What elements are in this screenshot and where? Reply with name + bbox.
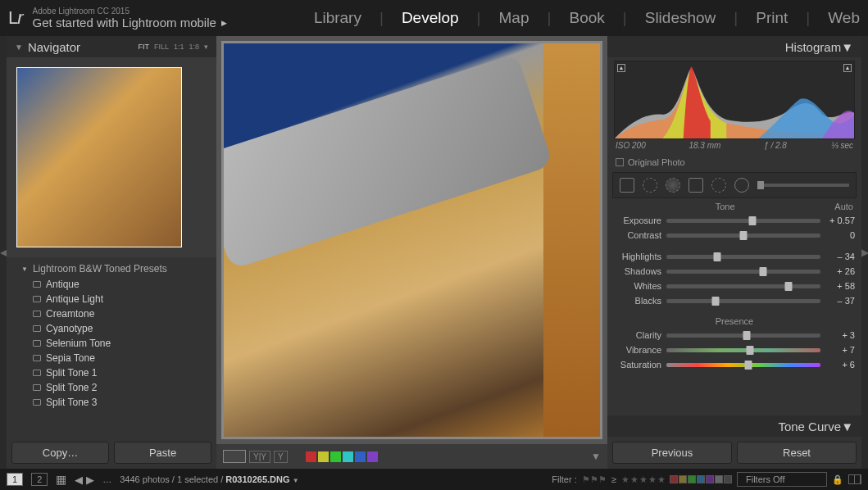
preset-item[interactable]: Antique Light	[7, 292, 216, 306]
preset-item[interactable]: Creamtone	[7, 306, 216, 321]
highlights-slider[interactable]: Highlights– 34	[614, 249, 855, 264]
module-print[interactable]: Print	[756, 9, 788, 27]
label-color-filter[interactable]	[688, 475, 696, 483]
label-color-filter[interactable]	[706, 475, 714, 483]
graduated-filter-icon[interactable]	[688, 178, 703, 193]
reset-button[interactable]: Reset	[737, 442, 857, 464]
mask-slider[interactable]	[757, 184, 849, 187]
original-photo-checkbox[interactable]: Original Photo	[607, 155, 861, 172]
filter-preset-dropdown[interactable]: Filters Off	[737, 472, 827, 487]
preset-item[interactable]: Cyanotype	[7, 321, 216, 336]
contrast-slider[interactable]: Contrast0	[614, 228, 855, 243]
adjustment-brush-icon[interactable]	[734, 178, 749, 193]
zoom-1-1[interactable]: 1:1	[174, 43, 184, 51]
module-web[interactable]: Web	[828, 9, 860, 27]
loupe-view-icon[interactable]	[223, 450, 246, 463]
star-filter[interactable]: ★ ★ ★ ★ ★	[621, 474, 665, 485]
label-color-filter[interactable]	[670, 475, 678, 483]
navigator-header[interactable]: ▼ Navigator FIT FILL 1:1 1:8 ▾	[7, 36, 216, 57]
label-color-filter[interactable]	[724, 475, 732, 483]
module-develop[interactable]: Develop	[402, 9, 459, 27]
main-window-button[interactable]: 1	[7, 473, 23, 486]
slider-track[interactable]	[666, 333, 820, 338]
mobile-promo-link[interactable]: Get started with Lightroom mobile ▶	[33, 16, 227, 29]
shadows-slider[interactable]: Shadows+ 26	[614, 264, 855, 279]
before-after-split-icon[interactable]: Y	[274, 451, 288, 463]
clarity-slider[interactable]: Clarity+ 3	[614, 328, 855, 343]
copy-button[interactable]: Copy…	[11, 442, 109, 464]
exposure-slider[interactable]: Exposure+ 0.57	[614, 213, 855, 228]
color-swatch[interactable]	[330, 451, 341, 462]
slider-value[interactable]: – 34	[825, 252, 855, 261]
slider-value[interactable]: + 26	[825, 266, 855, 276]
right-panel-toggle[interactable]: ▶	[861, 36, 868, 469]
slider-value[interactable]: + 58	[825, 281, 855, 291]
slider-track[interactable]	[666, 234, 820, 238]
nav-forward-icon[interactable]: ▶	[86, 474, 94, 486]
slider-track[interactable]	[666, 270, 820, 274]
module-map[interactable]: Map	[499, 9, 529, 27]
label-color-filter[interactable]	[697, 475, 705, 483]
radial-filter-icon[interactable]	[711, 178, 726, 193]
previous-button[interactable]: Previous	[612, 442, 732, 464]
color-swatch[interactable]	[367, 451, 378, 462]
toolbar-menu-icon[interactable]: ▼	[591, 451, 601, 462]
second-window-button[interactable]: 2	[31, 473, 48, 486]
spot-removal-icon[interactable]	[643, 178, 657, 193]
label-color-filter[interactable]	[679, 475, 687, 483]
slider-value[interactable]: + 6	[825, 360, 855, 370]
zoom-1-8[interactable]: 1:8	[189, 43, 199, 51]
zoom-fill[interactable]: FILL	[154, 43, 169, 51]
zoom-fit[interactable]: FIT	[138, 43, 149, 51]
highlight-clipping-icon[interactable]: ▲	[843, 64, 852, 72]
crop-tool-icon[interactable]	[620, 178, 634, 193]
chevron-down-icon[interactable]: ▾	[204, 43, 208, 51]
module-book[interactable]: Book	[569, 9, 604, 27]
filmstrip-toggle-icon[interactable]	[848, 474, 861, 484]
color-swatch[interactable]	[343, 451, 353, 462]
auto-tone-button[interactable]: Auto	[834, 202, 853, 211]
preset-item[interactable]: Sepia Tone	[7, 351, 216, 365]
left-panel-toggle[interactable]: ◀	[0, 36, 7, 469]
slider-track[interactable]	[666, 348, 820, 352]
redeye-tool-icon[interactable]	[666, 178, 680, 193]
slider-track[interactable]	[666, 255, 820, 259]
filter-lock-icon[interactable]: 🔒	[832, 474, 843, 485]
module-slideshow[interactable]: Slideshow	[645, 9, 716, 27]
paste-button[interactable]: Paste	[114, 442, 211, 464]
histogram-header[interactable]: Histogram ▼	[607, 36, 861, 57]
blacks-slider[interactable]: Blacks– 37	[614, 293, 855, 308]
slider-value[interactable]: + 0.57	[825, 216, 855, 225]
navigator-thumbnail[interactable]	[16, 67, 182, 247]
preset-item[interactable]: Split Tone 1	[7, 365, 216, 380]
slider-value[interactable]: + 3	[825, 330, 855, 340]
grid-view-icon[interactable]: ▦	[56, 473, 66, 486]
slider-track[interactable]	[666, 284, 820, 288]
whites-slider[interactable]: Whites+ 58	[614, 279, 855, 293]
preset-group-header[interactable]: ▼ Lightroom B&W Toned Presets	[7, 261, 216, 277]
slider-value[interactable]: + 7	[825, 345, 855, 355]
slider-track[interactable]	[666, 363, 820, 367]
preset-item[interactable]: Split Tone 2	[7, 380, 216, 395]
before-after-yy-icon[interactable]: Y|Y	[249, 451, 270, 463]
slider-value[interactable]: – 37	[825, 296, 855, 306]
module-library[interactable]: Library	[314, 9, 361, 27]
slider-track[interactable]	[666, 219, 820, 223]
color-swatch[interactable]	[306, 451, 316, 462]
vibrance-slider[interactable]: Vibrance+ 7	[614, 343, 855, 357]
rating-geq-icon[interactable]: ≥	[611, 474, 616, 484]
color-swatch[interactable]	[318, 451, 329, 462]
nav-back-icon[interactable]: ◀	[75, 474, 83, 486]
slider-track[interactable]	[666, 299, 820, 303]
label-color-filter[interactable]	[715, 475, 723, 483]
saturation-slider[interactable]: Saturation+ 6	[614, 357, 855, 372]
tone-curve-header[interactable]: Tone Curve ▼	[607, 415, 861, 437]
main-image-preview[interactable]	[221, 41, 602, 439]
preset-item[interactable]: Selenium Tone	[7, 336, 216, 351]
preset-item[interactable]: Antique	[7, 277, 216, 292]
histogram-display[interactable]: ▲ ▲	[614, 61, 855, 139]
color-swatch[interactable]	[355, 451, 366, 462]
slider-value[interactable]: 0	[825, 230, 855, 240]
shadow-clipping-icon[interactable]: ▲	[617, 64, 625, 72]
flag-filter-icon[interactable]: ⚑⚑⚑	[582, 474, 607, 485]
